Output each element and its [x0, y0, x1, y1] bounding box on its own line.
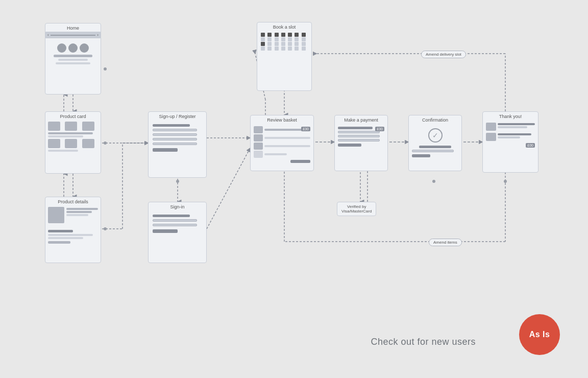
verified-box: Verified by Visa/MasterCard — [337, 202, 376, 216]
signup-card: Sign-up / Register — [148, 111, 207, 178]
nav-right-arrow: › — [97, 33, 99, 37]
svg-point-32 — [104, 227, 107, 230]
cal-cell — [302, 37, 306, 41]
pay-bar-5 — [338, 144, 361, 147]
home-bar-2 — [58, 59, 88, 61]
cal-cell — [267, 33, 272, 37]
signin-card: Sign-in — [148, 202, 207, 263]
detail-bar-7 — [48, 241, 70, 244]
cal-cell — [275, 33, 279, 37]
review-basket-card: Review basket £00 — [250, 115, 314, 171]
conf-bar-3 — [412, 154, 430, 157]
home-nav: ‹ › — [45, 32, 101, 38]
cal-cell — [281, 33, 285, 37]
signup-bar-2 — [153, 129, 197, 131]
cal-cell — [295, 37, 299, 41]
cal-cell — [288, 46, 292, 51]
detail-bar-6 — [48, 237, 83, 239]
detail-bar-5 — [48, 234, 93, 236]
payment-price: £00 — [375, 127, 384, 131]
prod-bar-3 — [48, 150, 78, 152]
svg-point-30 — [104, 67, 107, 70]
cal-cell — [302, 46, 306, 51]
svg-line-9 — [207, 148, 250, 229]
ty-bar-1 — [498, 123, 535, 125]
make-payment-title: Make a payment — [335, 115, 387, 124]
pay-bar-4 — [338, 139, 380, 141]
prod-img-4 — [48, 139, 60, 148]
signup-bar-1 — [153, 124, 190, 127]
cal-cell — [261, 33, 265, 37]
prod-bar-1 — [48, 132, 93, 134]
cal-cell — [261, 37, 265, 41]
cal-cell — [295, 46, 299, 51]
signin-bar-1 — [153, 215, 190, 217]
signup-bar-3 — [153, 133, 197, 136]
cal-cell — [267, 37, 272, 41]
ty-bar-3 — [498, 133, 531, 135]
nav-line — [51, 35, 96, 36]
ty-img-2 — [486, 133, 496, 141]
basket-bar-3 — [264, 145, 310, 147]
home-title: Home — [45, 23, 101, 32]
avatar-3 — [80, 43, 89, 53]
calendar-grid — [260, 32, 309, 52]
detail-bar-1 — [66, 208, 98, 210]
avatar-2 — [68, 43, 78, 53]
check-circle: ✓ — [428, 128, 443, 143]
pay-bar-1 — [338, 127, 373, 129]
amend-items-label: Amend items — [429, 239, 462, 246]
prod-img-6 — [82, 139, 94, 148]
svg-point-29 — [504, 180, 507, 183]
avatar-1 — [57, 43, 66, 53]
basket-img-1 — [254, 126, 263, 133]
prod-img-2 — [65, 122, 77, 131]
avatar-row — [48, 43, 97, 53]
basket-bar-2 — [264, 137, 310, 139]
ty-img — [486, 123, 496, 131]
review-basket-title: Review basket — [251, 115, 313, 124]
signup-btn — [153, 148, 178, 152]
cal-cell — [295, 33, 299, 37]
thank-you-title: Thank you! — [483, 112, 538, 120]
cal-cell — [281, 46, 285, 51]
detail-bar-3 — [66, 214, 88, 216]
cal-cell — [302, 33, 306, 37]
cal-cell — [288, 37, 292, 41]
conf-bar-2 — [412, 150, 454, 152]
signin-bar-2 — [153, 219, 197, 222]
basket-img-4 — [254, 151, 263, 158]
cal-cell — [288, 33, 292, 37]
as-is-badge: As Is — [519, 314, 560, 355]
cal-cell — [275, 46, 279, 51]
confirmation-title: Confirmation — [409, 115, 461, 124]
book-slot-title: Book a slot — [257, 22, 311, 31]
cal-cell — [261, 46, 265, 51]
cal-cell — [267, 46, 272, 51]
cal-cell — [275, 37, 279, 41]
basket-btn — [290, 160, 310, 163]
amend-delivery-label: Amend delivery slot — [421, 51, 466, 58]
conf-bar-1 — [419, 146, 452, 148]
product-card-title: Product card — [45, 112, 101, 120]
signin-title: Sign-in — [149, 202, 206, 210]
cal-cell-selected — [261, 42, 265, 46]
ty-bar-4 — [498, 136, 520, 138]
pay-bar-3 — [338, 135, 380, 137]
home-bar-1 — [54, 55, 93, 57]
cal-cell — [275, 42, 279, 46]
signup-bar-5 — [153, 143, 197, 145]
cal-cell — [288, 42, 292, 46]
badge-text: As Is — [529, 330, 550, 339]
basket-img-2 — [254, 134, 263, 141]
signup-bar-4 — [153, 138, 197, 140]
confirmation-card: Confirmation ✓ — [408, 115, 462, 171]
signin-bar-3 — [153, 224, 197, 226]
bottom-label: Check out for new users — [371, 337, 476, 347]
product-card-card: Product card — [45, 111, 101, 174]
home-card: Home ‹ › — [45, 23, 101, 94]
prod-bar-2 — [48, 135, 83, 137]
prod-img-5 — [65, 139, 77, 148]
basket-price: £00 — [301, 127, 310, 131]
thank-you-card: Thank you! £00 — [482, 111, 538, 173]
